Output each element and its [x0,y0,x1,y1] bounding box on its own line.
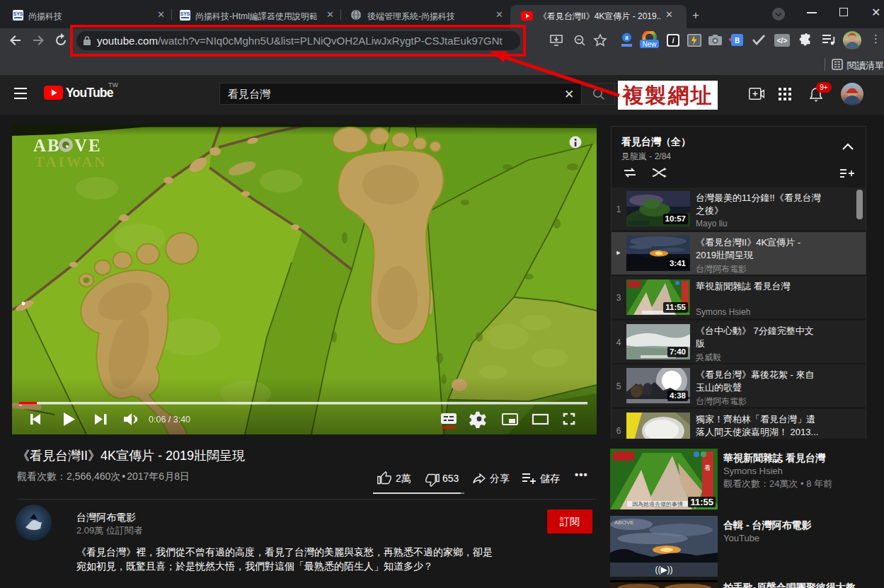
svg-text:0:06 / 3:40: 0:06 / 3:40 [149,415,190,425]
svg-text:</>: </> [777,37,788,45]
svg-text:VE: VE [74,136,102,155]
svg-text:ABOVE: ABOVE [614,519,634,526]
svg-text:看: 看 [704,464,711,471]
svg-text:8: 8 [625,35,628,41]
svg-text:SYS: SYS [180,11,190,16]
svg-text:因為她過去做的事情: 因為她過去做的事情 [632,501,683,507]
svg-text:New: New [642,40,657,48]
svg-text:SYS: SYS [13,11,23,16]
svg-text:TAIWAN: TAIWAN [35,154,108,171]
svg-text:AB: AB [33,136,61,155]
svg-text:B: B [735,37,740,45]
